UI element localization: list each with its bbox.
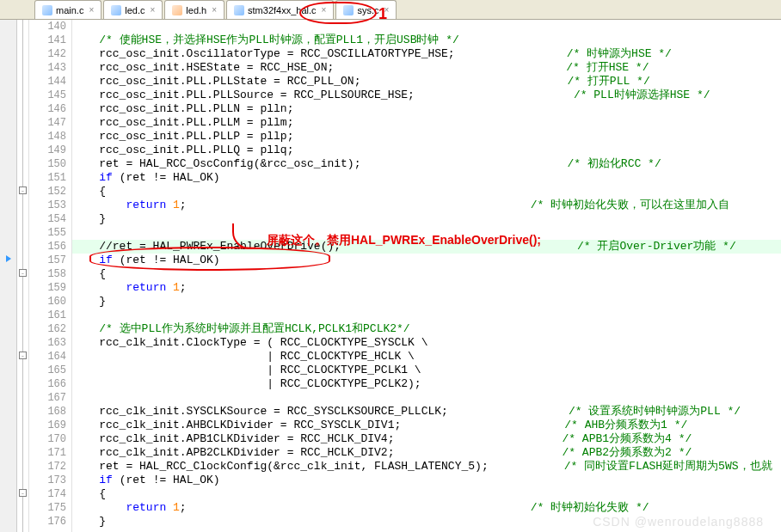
highlighted-line: //ret = HAL_PWREx_EnableOverDrive();/* 开…: [72, 240, 781, 254]
editor-body: - - - - 14014114214314414514614714814915…: [0, 20, 781, 532]
tab-sys-c[interactable]: sys.c×: [335, 0, 397, 19]
fold-minus-icon[interactable]: -: [19, 187, 27, 194]
editor-tabs: main.c× led.c× led.h× stm32f4xx_hal.c× s…: [0, 0, 781, 20]
c-file-icon: [42, 5, 52, 15]
c-file-icon: [343, 5, 354, 15]
close-icon[interactable]: ×: [322, 5, 327, 15]
breakpoint-gutter[interactable]: [0, 20, 17, 532]
fold-minus-icon[interactable]: -: [19, 352, 27, 359]
code-area[interactable]: /* 使能HSE，并选择HSE作为PLL时钟源，配置PLL1，开启USB时钟 *…: [72, 20, 781, 532]
tab-led-h[interactable]: led.h×: [164, 0, 224, 19]
c-file-icon: [111, 5, 121, 15]
tab-main-c[interactable]: main.c×: [34, 0, 101, 19]
fold-gutter[interactable]: - - - -: [17, 20, 29, 532]
close-icon[interactable]: ×: [151, 5, 156, 15]
tab-led-c[interactable]: led.c×: [103, 0, 163, 19]
line-number-gutter: 1401411421431441451461471481491501511521…: [29, 20, 72, 532]
fold-minus-icon[interactable]: -: [19, 489, 27, 497]
close-icon[interactable]: ×: [212, 5, 217, 15]
current-line-arrow-icon: [4, 254, 15, 264]
c-file-icon: [234, 5, 244, 15]
fold-minus-icon[interactable]: -: [19, 269, 27, 277]
close-icon[interactable]: ×: [89, 5, 94, 15]
tab-stm32-hal-c[interactable]: stm32f4xx_hal.c×: [226, 0, 334, 19]
watermark: CSDN @wenroudelang8888: [593, 515, 764, 529]
close-icon[interactable]: ×: [384, 5, 389, 15]
h-file-icon: [172, 5, 182, 15]
